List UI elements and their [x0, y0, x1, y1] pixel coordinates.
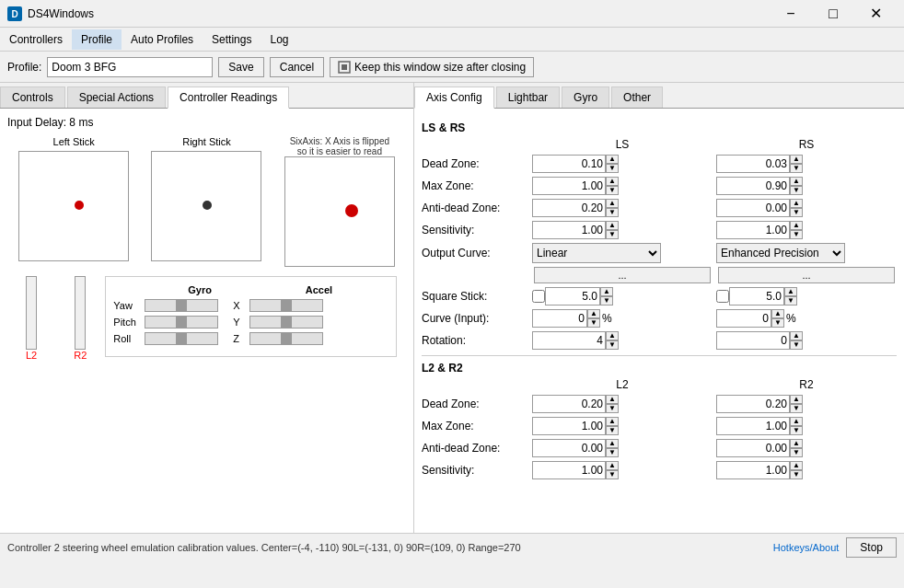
menu-profile[interactable]: Profile: [72, 29, 122, 50]
rs-dead-zone-up[interactable]: ▲: [790, 155, 803, 164]
l2-sensitivity-input[interactable]: [532, 461, 606, 479]
l2-dead-zone-input[interactable]: [532, 395, 606, 413]
ls-sensitivity-input[interactable]: [532, 221, 606, 239]
menu-auto-profiles[interactable]: Auto Profiles: [122, 29, 203, 50]
gyro-yaw-row: Yaw X: [113, 299, 388, 312]
gyro-pitch-label: Pitch: [113, 317, 139, 328]
l2-anti-dead-down[interactable]: ▼: [606, 448, 619, 457]
rs-square-stick-up[interactable]: ▲: [784, 287, 797, 296]
rs-square-stick-down[interactable]: ▼: [784, 296, 797, 306]
rs-output-curve-select[interactable]: Linear Enhanced Precision Quadratic Cubi…: [716, 243, 845, 263]
r2-sensitivity-input[interactable]: [716, 461, 790, 479]
ls-max-zone-input[interactable]: [532, 177, 606, 195]
rs-sensitivity-input[interactable]: [716, 221, 790, 239]
ls-square-stick-input[interactable]: [545, 287, 600, 306]
menu-controllers[interactable]: Controllers: [0, 29, 72, 50]
ls-rotation-up[interactable]: ▲: [606, 331, 619, 340]
rs-sensitivity-down[interactable]: ▼: [790, 230, 803, 239]
ls-curve-up[interactable]: ▲: [587, 309, 600, 318]
rs-rotation-input[interactable]: [716, 331, 790, 350]
ls-dead-zone-input[interactable]: [532, 155, 606, 173]
r2-dead-zone-up[interactable]: ▲: [790, 395, 803, 404]
tab-special-actions[interactable]: Special Actions: [67, 86, 166, 108]
sixaxis-box: [284, 156, 395, 267]
minimize-button[interactable]: −: [770, 0, 812, 28]
l2-max-zone-down[interactable]: ▼: [606, 426, 619, 435]
menu-log[interactable]: Log: [261, 29, 297, 50]
rs-dead-zone-input[interactable]: [716, 155, 790, 173]
rs-anti-dead-val: ▲ ▼: [716, 199, 897, 217]
ls-rotation-input[interactable]: [532, 331, 606, 350]
maximize-button[interactable]: □: [812, 0, 854, 28]
ls-max-zone-down[interactable]: ▼: [606, 186, 619, 195]
rs-max-zone-down[interactable]: ▼: [790, 186, 803, 195]
close-button[interactable]: ✕: [854, 0, 897, 28]
ls-curve-down[interactable]: ▼: [587, 318, 600, 328]
rs-square-stick-checkbox[interactable]: [716, 290, 729, 303]
rs-curve-input[interactable]: [716, 309, 771, 328]
rs-rotation-up[interactable]: ▲: [790, 331, 803, 340]
ls-ellipsis-button[interactable]: ...: [534, 267, 711, 283]
cancel-button[interactable]: Cancel: [270, 57, 324, 77]
rs-anti-dead-down[interactable]: ▼: [790, 208, 803, 217]
r2-dead-zone-down[interactable]: ▼: [790, 404, 803, 413]
l2-sensitivity-down[interactable]: ▼: [606, 470, 619, 479]
rs-square-stick-input[interactable]: [729, 287, 784, 306]
rs-curve-down[interactable]: ▼: [771, 318, 784, 328]
r2-dead-zone-input[interactable]: [716, 395, 790, 413]
hotkeys-about-link[interactable]: Hotkeys/About: [773, 542, 840, 553]
l2-max-zone-row: Max Zone: ▲ ▼ ▲: [422, 417, 897, 435]
rs-dead-zone-down[interactable]: ▼: [790, 164, 803, 173]
sixaxis-label: SixAxis: X Axis is flipped so it is easi…: [284, 136, 395, 156]
r2-anti-dead-up[interactable]: ▲: [790, 439, 803, 448]
ls-sensitivity-up[interactable]: ▲: [606, 221, 619, 230]
r2-max-zone-up[interactable]: ▲: [790, 417, 803, 426]
l2-dead-zone-down[interactable]: ▼: [606, 404, 619, 413]
l2-max-zone-up[interactable]: ▲: [606, 417, 619, 426]
r2-anti-dead-input[interactable]: [716, 439, 790, 457]
tab-controls[interactable]: Controls: [0, 86, 65, 108]
r2-anti-dead-down[interactable]: ▼: [790, 448, 803, 457]
keep-size-button[interactable]: Keep this window size after closing: [330, 57, 534, 77]
stop-button[interactable]: Stop: [846, 537, 897, 558]
r2-sensitivity-up[interactable]: ▲: [790, 461, 803, 470]
ls-square-stick-up[interactable]: ▲: [600, 287, 613, 296]
ls-output-curve-select[interactable]: Linear Enhanced Precision Quadratic Cubi…: [532, 243, 661, 263]
tab-axis-config[interactable]: Axis Config: [414, 86, 494, 109]
ls-dead-zone-up[interactable]: ▲: [606, 155, 619, 164]
ls-rotation-down[interactable]: ▼: [606, 340, 619, 350]
l2-dead-zone-up[interactable]: ▲: [606, 395, 619, 404]
r2-max-zone-input[interactable]: [716, 417, 790, 435]
l2-anti-dead-input[interactable]: [532, 439, 606, 457]
ls-anti-dead-input[interactable]: [532, 199, 606, 217]
left-stick-label: Left Stick: [53, 136, 95, 147]
rs-curve-up[interactable]: ▲: [771, 309, 784, 318]
tab-controller-readings[interactable]: Controller Readings: [168, 86, 289, 109]
rs-max-zone-input[interactable]: [716, 177, 790, 195]
tab-gyro[interactable]: Gyro: [562, 86, 609, 108]
ls-curve-input[interactable]: [532, 309, 587, 328]
rs-rotation-down[interactable]: ▼: [790, 340, 803, 350]
tab-lightbar[interactable]: Lightbar: [496, 86, 560, 108]
ls-max-zone-up[interactable]: ▲: [606, 177, 619, 186]
menu-settings[interactable]: Settings: [203, 29, 261, 50]
l2-sensitivity-up[interactable]: ▲: [606, 461, 619, 470]
r2-sensitivity-down[interactable]: ▼: [790, 470, 803, 479]
save-button[interactable]: Save: [218, 57, 263, 77]
tab-other[interactable]: Other: [611, 86, 663, 108]
ls-square-stick-down[interactable]: ▼: [600, 296, 613, 306]
rs-anti-dead-input[interactable]: [716, 199, 790, 217]
rs-ellipsis-button[interactable]: ...: [718, 267, 895, 283]
rs-sensitivity-up[interactable]: ▲: [790, 221, 803, 230]
profile-name-input[interactable]: [47, 57, 213, 77]
ls-sensitivity-down[interactable]: ▼: [606, 230, 619, 239]
ls-square-stick-checkbox[interactable]: [532, 290, 545, 303]
l2-max-zone-input[interactable]: [532, 417, 606, 435]
ls-dead-zone-down[interactable]: ▼: [606, 164, 619, 173]
rs-max-zone-up[interactable]: ▲: [790, 177, 803, 186]
l2-anti-dead-up[interactable]: ▲: [606, 439, 619, 448]
r2-max-zone-down[interactable]: ▼: [790, 426, 803, 435]
rs-anti-dead-up[interactable]: ▲: [790, 199, 803, 208]
ls-anti-dead-down[interactable]: ▼: [606, 208, 619, 217]
ls-anti-dead-up[interactable]: ▲: [606, 199, 619, 208]
